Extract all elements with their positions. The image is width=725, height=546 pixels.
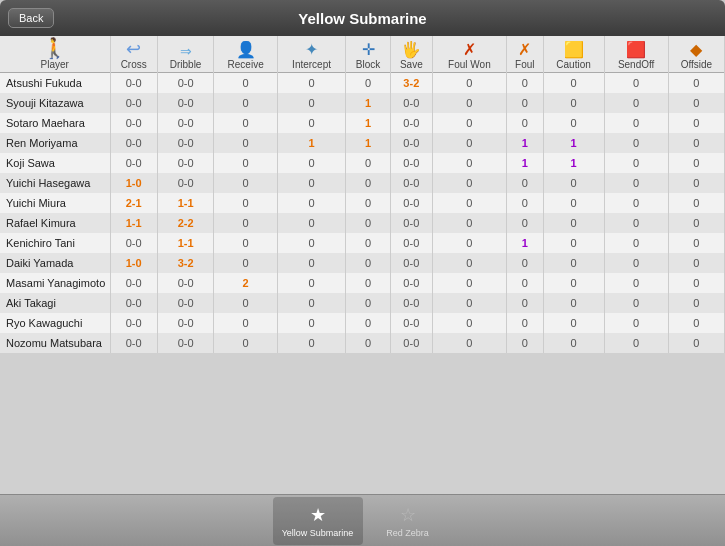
table-row: Daiki Yamada1-03-20000-000000 — [0, 253, 725, 273]
col-dribble: ⇒ Dribble — [157, 36, 213, 73]
table-row: Sotaro Maehara0-00-00010-000000 — [0, 113, 725, 133]
table-row: Masami Yanagimoto0-00-02000-000000 — [0, 273, 725, 293]
col-foulwon: ✗ Foul Won — [432, 36, 506, 73]
table-row: Kenichiro Tani0-01-10000-001000 — [0, 233, 725, 253]
col-caution: 🟨 Caution — [543, 36, 604, 73]
table-row: Nozomu Matsubara0-00-00000-000000 — [0, 333, 725, 353]
tab-red-zebra-icon: ☆ — [400, 504, 416, 526]
tab-red-zebra[interactable]: ☆ Red Zebra — [363, 497, 453, 545]
table-row: Yuichi Hasegawa1-00-00000-000000 — [0, 173, 725, 193]
tab-yellow-submarine[interactable]: ★ Yellow Submarine — [273, 497, 363, 545]
top-bar: Back Yellow Submarine — [0, 0, 725, 36]
col-sendoff: 🟥 SendOff — [604, 36, 668, 73]
table-wrapper: 🚶 Player ↩ Cross ⇒ — [0, 36, 725, 494]
table-row: Yuichi Miura2-11-10000-000000 — [0, 193, 725, 213]
table-row: Ren Moriyama0-00-00110-001100 — [0, 133, 725, 153]
table-header-row: 🚶 Player ↩ Cross ⇒ — [0, 36, 725, 73]
table-row: Atsushi Fukuda0-00-00003-200000 — [0, 73, 725, 94]
table-row: Rafael Kimura1-12-20000-000000 — [0, 213, 725, 233]
tab-bar: ★ Yellow Submarine ☆ Red Zebra — [0, 494, 725, 546]
main-content: 🚶 Player ↩ Cross ⇒ — [0, 36, 725, 494]
tab-yellow-submarine-label: Yellow Submarine — [282, 528, 354, 538]
col-intercept: ✦ Intercept — [277, 36, 345, 73]
table-row: Ryo Kawaguchi0-00-00000-000000 — [0, 313, 725, 333]
table-row: Aki Takagi0-00-00000-000000 — [0, 293, 725, 313]
page-title: Yellow Submarine — [298, 10, 426, 27]
table-row: Syouji Kitazawa0-00-00010-000000 — [0, 93, 725, 113]
col-save: 🖐 Save — [390, 36, 432, 73]
col-cross: ↩ Cross — [110, 36, 157, 73]
stats-table: 🚶 Player ↩ Cross ⇒ — [0, 36, 725, 353]
tab-yellow-submarine-icon: ★ — [310, 504, 326, 526]
back-button[interactable]: Back — [8, 8, 54, 28]
col-foul: ✗ Foul — [507, 36, 544, 73]
col-player: 🚶 Player — [0, 36, 110, 73]
app-frame: Back Yellow Submarine 🚶 Player — [0, 0, 725, 546]
tab-red-zebra-label: Red Zebra — [386, 528, 429, 538]
col-receive: 👤 Receive — [214, 36, 278, 73]
table-body: Atsushi Fukuda0-00-00003-200000Syouji Ki… — [0, 73, 725, 354]
col-offside: ◆ Offside — [668, 36, 724, 73]
table-row: Koji Sawa0-00-00000-001100 — [0, 153, 725, 173]
col-block: ✛ Block — [346, 36, 391, 73]
